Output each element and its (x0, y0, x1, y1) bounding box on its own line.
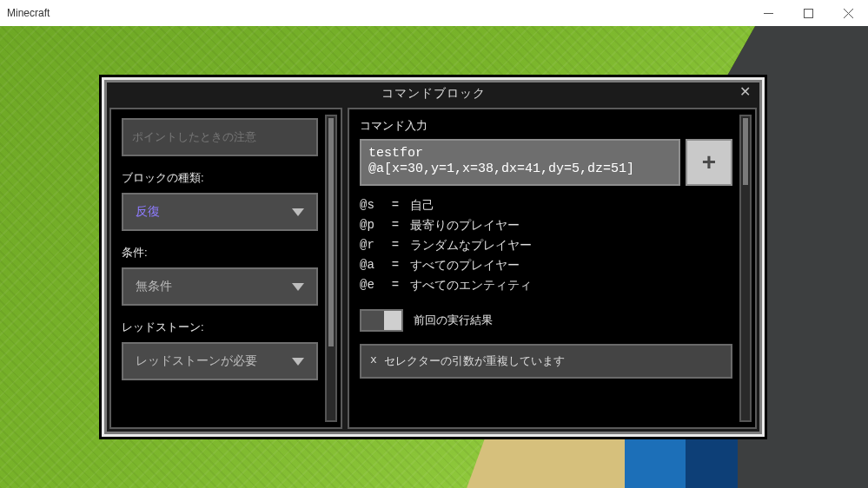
command-value: testfor @a[x=30,y=1,x=38,dx=41,dy=5,dz=5… (368, 146, 634, 176)
maximize-icon (804, 9, 813, 18)
toggle-knob (384, 311, 401, 330)
chevron-down-icon (292, 283, 304, 291)
minimize-icon (764, 9, 773, 18)
window-titlebar: Minecraft (0, 0, 868, 26)
add-command-button[interactable]: + (686, 139, 732, 186)
left-scrollbar-thumb[interactable] (328, 118, 334, 346)
block-type-dropdown[interactable]: 反復 (122, 193, 318, 231)
dialog-close-button[interactable]: ✕ (739, 84, 752, 100)
svg-rect-1 (804, 9, 812, 17)
command-input[interactable]: testfor @a[x=30,y=1,x=38,dx=41,dy=5,dz=5… (360, 139, 680, 186)
window-controls (748, 0, 868, 26)
dialog-title-bar: コマンドブロック ✕ (109, 85, 757, 108)
selector-help-r: @r=ランダムなプレイヤー (360, 238, 732, 254)
game-viewport: コマンドブロック ✕ ポイントしたときの注意 ブロックの種類: 反復 条件: 無… (0, 26, 868, 488)
left-scrollbar[interactable] (325, 115, 337, 422)
selector-help-p: @p=最寄りのプレイヤー (360, 218, 732, 234)
previous-output-row: 前回の実行結果 (360, 309, 732, 332)
command-error-box: x セレクターの引数が重複しています (360, 344, 732, 379)
selector-help-list: @s=自己 @p=最寄りのプレイヤー @r=ランダムなプレイヤー @a=すべての… (360, 198, 732, 293)
selector-help-a: @a=すべてのプレイヤー (360, 258, 732, 274)
right-scrollbar-thumb[interactable] (743, 118, 748, 185)
redstone-dropdown[interactable]: レッドストーンが必要 (122, 342, 318, 380)
selector-help-s: @s=自己 (360, 198, 732, 214)
error-x-icon: x (370, 353, 377, 366)
maximize-button[interactable] (788, 0, 828, 26)
error-text: セレクターの引数が重複しています (384, 353, 565, 369)
previous-output-label: 前回の実行結果 (414, 313, 493, 328)
command-block-dialog: コマンドブロック ✕ ポイントしたときの注意 ブロックの種類: 反復 条件: 無… (99, 75, 767, 439)
right-panel: コマンド入力 testfor @a[x=30,y=1,x=38,dx=41,dy… (348, 108, 757, 429)
previous-output-toggle[interactable] (360, 309, 403, 332)
selector-help-e: @e=すべてのエンティティ (360, 278, 732, 293)
left-panel: ポイントしたときの注意 ブロックの種類: 反復 条件: 無条件 レッドストーン:… (109, 108, 342, 429)
condition-value: 無条件 (136, 279, 172, 294)
hover-note-placeholder: ポイントしたときの注意 (132, 129, 256, 145)
close-button[interactable] (828, 0, 868, 26)
command-input-label: コマンド入力 (360, 118, 732, 134)
chevron-down-icon (292, 208, 304, 216)
plus-icon: + (702, 148, 716, 176)
window-title: Minecraft (0, 7, 50, 19)
close-icon (844, 9, 853, 18)
redstone-label: レッドストーン: (122, 320, 318, 335)
chevron-down-icon (292, 358, 304, 366)
condition-dropdown[interactable]: 無条件 (122, 267, 318, 306)
block-type-label: ブロックの種類: (122, 170, 318, 186)
right-scrollbar[interactable] (739, 115, 752, 422)
dialog-title: コマンドブロック (381, 86, 486, 100)
minimize-button[interactable] (748, 0, 788, 26)
condition-label: 条件: (122, 245, 318, 260)
hover-note-input[interactable]: ポイントしたときの注意 (122, 118, 318, 156)
redstone-value: レッドストーンが必要 (136, 353, 257, 369)
block-type-value: 反復 (136, 204, 160, 220)
